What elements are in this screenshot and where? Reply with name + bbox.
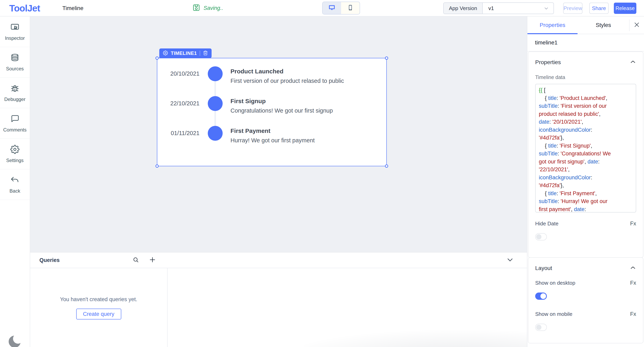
layout-section-header[interactable]: Layout (535, 265, 636, 272)
device-mode-toggle (322, 1, 360, 14)
timeline-entry: 22/10/2021 First Signup Congratulations!… (157, 96, 386, 126)
collapse-panel-chevron-down-icon[interactable] (506, 256, 514, 264)
inspector-icon (10, 22, 20, 32)
saving-indicator: Saving.. (192, 3, 223, 12)
widget-tag[interactable]: TIMELINE1 (159, 48, 212, 58)
layout-section-card: Layout Show on desktop Fx Show on mobile… (528, 257, 644, 344)
show-on-mobile-label: Show on mobile (535, 311, 572, 317)
properties-section-card: Properties Timeline data {{ [ { title: '… (528, 51, 644, 258)
gear-icon (10, 145, 20, 155)
timeline-data-editor[interactable]: {{ [ { title: 'Product Launched',subTitl… (535, 84, 636, 213)
mobile-icon (347, 4, 354, 12)
panel-shadow (304, 319, 527, 347)
queries-empty-message: You haven't created queries yet. (60, 296, 137, 303)
tab-styles[interactable]: Styles (578, 16, 629, 34)
queries-title: Queries (40, 257, 132, 263)
bug-icon (10, 84, 20, 94)
timeline-entry-dot (208, 126, 223, 141)
tag-divider (200, 51, 200, 56)
hide-date-label: Hide Date (535, 221, 558, 227)
toggle-knob (536, 234, 542, 239)
properties-section-header[interactable]: Properties (535, 59, 636, 66)
app-name[interactable]: Timeline (62, 5, 84, 11)
timeline-entry-subtitle: First version of our product relased to … (230, 78, 344, 84)
toggle-knob (536, 325, 542, 330)
desktop-mode-button[interactable] (322, 2, 341, 14)
sidebar-item-label: Comments (3, 127, 26, 133)
moon-icon (8, 345, 22, 347)
resize-handle-bottom-right[interactable] (385, 164, 388, 168)
timeline-entry: 01/11/2021 First Payment Hurray! We got … (157, 126, 386, 156)
tooljet-logo[interactable]: ToolJet (9, 3, 40, 14)
timeline-entry: 20/10/2021 Product Launched First versio… (157, 66, 386, 96)
hide-date-fx-button[interactable]: Fx (630, 221, 636, 227)
sidebar-item-label: Settings (6, 158, 24, 163)
widget-tag-name: TIMELINE1 (171, 50, 197, 56)
widget-name-field[interactable]: timeline1 (527, 34, 644, 51)
timeline-entry-title: First Signup (230, 98, 333, 104)
query-list: You haven't created queries yet. Create … (30, 268, 168, 347)
chevron-up-icon[interactable] (630, 265, 636, 272)
timeline-entry-title: First Payment (230, 127, 315, 134)
resize-handle-bottom-left[interactable] (156, 164, 159, 168)
query-panel-header: Queries (30, 253, 527, 268)
widget-config-gear-icon[interactable] (163, 50, 168, 56)
app-version-control: App Version v1 (443, 2, 554, 14)
release-button[interactable]: Release (614, 2, 636, 14)
show-on-desktop-fx-button[interactable]: Fx (630, 280, 636, 286)
sidebar-item-inspector[interactable]: Inspector (0, 16, 30, 47)
create-query-button[interactable]: Create query (76, 309, 121, 320)
timeline-widget[interactable]: 20/10/2021 Product Launched First versio… (157, 58, 387, 166)
timeline-entries: 20/10/2021 Product Launched First versio… (157, 66, 386, 156)
add-query-plus-icon[interactable] (149, 256, 156, 264)
timeline-entry-title: Product Launched (230, 68, 344, 75)
tab-properties[interactable]: Properties (527, 16, 578, 34)
app-version-select[interactable]: v1 (483, 3, 554, 14)
chevron-down-icon (544, 6, 549, 13)
sidebar-item-back[interactable]: Back (0, 169, 30, 200)
preview-button[interactable]: Preview (563, 2, 582, 14)
sidebar-item-label: Inspector (5, 35, 25, 41)
query-editor-preview (168, 268, 527, 347)
database-icon (10, 53, 20, 63)
widget-delete-trash-icon[interactable] (203, 50, 208, 56)
desktop-icon (328, 4, 336, 12)
close-panel-button[interactable] (630, 16, 644, 34)
back-arrow-icon (10, 175, 20, 185)
dark-mode-toggle[interactable] (8, 335, 22, 347)
timeline-entry-subtitle: Congratulations! We got our first signup (230, 107, 333, 114)
app-version-label: App Version (444, 3, 483, 14)
search-icon[interactable] (132, 257, 139, 264)
save-icon (192, 3, 200, 12)
hide-date-toggle[interactable] (535, 233, 547, 240)
layout-section-title: Layout (535, 265, 552, 271)
sidebar-item-comments[interactable]: Comments (0, 108, 30, 139)
toggle-knob (540, 293, 546, 299)
properties-panel: Properties Styles timeline1 Properties T… (527, 16, 644, 347)
query-panel: Queries You haven't created queries y (30, 252, 527, 347)
timeline-entry-subtitle: Hurray! We got our first payment (230, 137, 315, 144)
comment-icon (10, 114, 20, 124)
properties-section-title: Properties (535, 59, 561, 65)
show-on-desktop-toggle[interactable] (535, 293, 547, 300)
mobile-mode-button[interactable] (341, 2, 360, 14)
sidebar-item-debugger[interactable]: Debugger (0, 78, 30, 108)
timeline-entry-date: 20/10/2021 (157, 70, 200, 77)
resize-handle-top-left[interactable] (156, 56, 159, 60)
timeline-entry-dot (208, 96, 223, 111)
left-sidebar: Inspector Sources (0, 16, 30, 347)
timeline-entry-date: 22/10/2021 (157, 100, 200, 107)
timeline-data-label: Timeline data (535, 74, 636, 80)
show-on-mobile-fx-button[interactable]: Fx (630, 311, 636, 317)
sidebar-item-settings[interactable]: Settings (0, 139, 30, 169)
resize-handle-top-right[interactable] (385, 56, 388, 60)
close-icon (634, 21, 640, 29)
chevron-up-icon[interactable] (630, 59, 636, 66)
share-button[interactable]: Share (589, 2, 608, 14)
show-on-mobile-toggle[interactable] (535, 324, 547, 331)
sidebar-item-sources[interactable]: Sources (0, 47, 30, 78)
sidebar-item-label: Back (10, 188, 20, 194)
sidebar-item-label: Sources (6, 66, 24, 71)
sidebar-item-label: Debugger (4, 96, 25, 102)
topbar: ToolJet Timeline Saving.. (0, 0, 644, 16)
